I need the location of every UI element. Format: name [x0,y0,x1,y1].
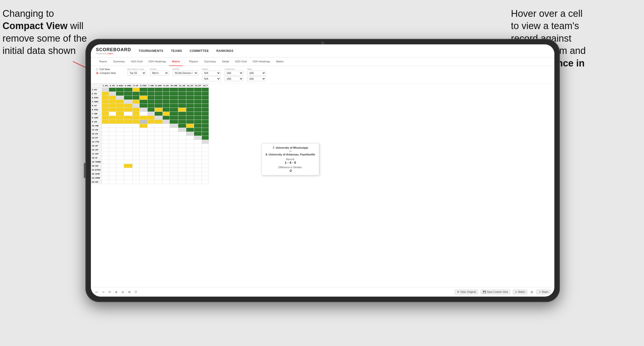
matrix-cell[interactable] [132,152,139,156]
matrix-cell[interactable] [102,128,109,132]
matrix-cell[interactable] [163,140,170,144]
matrix-cell[interactable] [170,140,178,144]
matrix-cell[interactable] [202,136,209,140]
matrix-cell[interactable] [102,156,109,160]
matrix-cell[interactable] [163,136,170,140]
matrix-cell[interactable] [186,164,194,168]
matrix-cell[interactable] [109,156,116,160]
matrix-cell[interactable] [116,148,124,152]
matrix-cell[interactable] [139,164,147,168]
max-teams-select[interactable]: Top 50 [127,71,146,75]
matrix-cell[interactable] [186,112,194,116]
matrix-cell[interactable] [102,136,109,140]
matrix-cell[interactable] [202,132,209,136]
matrix-cell[interactable] [170,108,178,112]
matrix-cell[interactable] [178,164,186,168]
matrix-cell[interactable] [102,168,109,172]
matrix-cell[interactable] [194,144,202,148]
matrix-cell[interactable] [102,144,109,148]
matrix-cell[interactable] [139,176,147,180]
matrix-cell[interactable] [147,168,154,172]
matrix-cell[interactable] [163,112,170,116]
matrix-cell[interactable] [132,136,139,140]
matrix-cell[interactable] [163,168,170,172]
matrix-cell[interactable] [124,128,132,132]
matrix-cell[interactable] [170,180,178,184]
matrix-cell[interactable] [186,108,194,112]
matrix-cell[interactable] [170,168,178,172]
matrix-cell[interactable] [132,132,139,136]
matrix-cell[interactable] [132,128,139,132]
matrix-cell[interactable] [154,96,162,100]
matrix-cell[interactable] [186,144,194,148]
matrix-cell[interactable] [124,136,132,140]
matrix-cell[interactable] [170,132,178,136]
matrix-cell[interactable] [178,104,186,108]
matrix-cell[interactable] [154,172,162,176]
division-select[interactable]: NCAA Division I [172,71,198,75]
matrix-cell[interactable] [124,140,132,144]
matrix-cell[interactable] [170,152,178,156]
matrix-cell[interactable] [109,100,116,104]
matrix-cell[interactable] [163,180,170,184]
matrix-cell[interactable] [132,124,139,128]
matrix-cell[interactable] [116,172,124,176]
refresh-icon[interactable]: ⟳ [108,290,112,294]
matrix-cell[interactable] [147,156,154,160]
matrix-cell[interactable] [154,92,162,96]
matrix-cell[interactable] [147,152,154,156]
matrix-cell[interactable] [163,88,170,92]
matrix-cell[interactable] [147,176,154,180]
sub-nav-matrix[interactable]: Matrix [169,57,183,66]
matrix-cell[interactable] [178,100,186,104]
matrix-cell[interactable] [154,160,162,164]
matrix-cell[interactable] [109,128,116,132]
matrix-cell[interactable] [178,160,186,164]
matrix-cell[interactable] [178,176,186,180]
matrix-cell[interactable] [147,100,154,104]
matrix-cell[interactable] [194,88,202,92]
matrix-cell[interactable] [147,112,154,116]
matrix-cell[interactable] [139,144,147,148]
matrix-cell[interactable] [109,112,116,116]
matrix-cell[interactable] [154,132,162,136]
full-view-option[interactable]: Full View [96,68,124,71]
matrix-cell[interactable] [170,172,178,176]
matrix-cell[interactable] [163,172,170,176]
matrix-cell[interactable] [194,120,202,124]
matrix-cell[interactable] [102,108,109,112]
matrix-cell[interactable] [124,152,132,156]
matrix-cell[interactable] [194,116,202,120]
matrix-cell[interactable] [132,88,139,92]
matrix-cell[interactable] [139,168,147,172]
matrix-cell[interactable] [202,120,209,124]
matrix-cell[interactable] [116,152,124,156]
matrix-cell[interactable] [170,96,178,100]
matrix-cell[interactable] [139,100,147,104]
matrix-cell[interactable] [102,120,109,124]
matrix-cell[interactable] [124,156,132,160]
matrix-cell[interactable] [124,164,132,168]
matrix-cell[interactable] [186,148,194,152]
matrix-cell[interactable] [139,136,147,140]
matrix-cell[interactable] [163,156,170,160]
matrix-cell[interactable] [147,144,154,148]
matrix-cell[interactable] [154,144,162,148]
matrix-cell[interactable] [124,180,132,184]
matrix-cell[interactable] [147,128,154,132]
matrix-cell[interactable] [194,124,202,128]
matrix-cell[interactable] [116,160,124,164]
matrix-cell[interactable] [154,176,162,180]
matrix-cell[interactable] [194,140,202,144]
matrix-cell[interactable] [109,140,116,144]
matrix-cell[interactable] [154,152,162,156]
matrix-cell[interactable] [124,116,132,120]
matrix-cell[interactable] [202,104,209,108]
matrix-cell[interactable] [109,148,116,152]
matrix-cell[interactable] [132,112,139,116]
matrix-cell[interactable] [194,136,202,140]
matrix-cell[interactable] [186,156,194,160]
matrix-cell[interactable] [102,112,109,116]
matrix-cell[interactable] [170,120,178,124]
matrix-cell[interactable] [202,144,209,148]
